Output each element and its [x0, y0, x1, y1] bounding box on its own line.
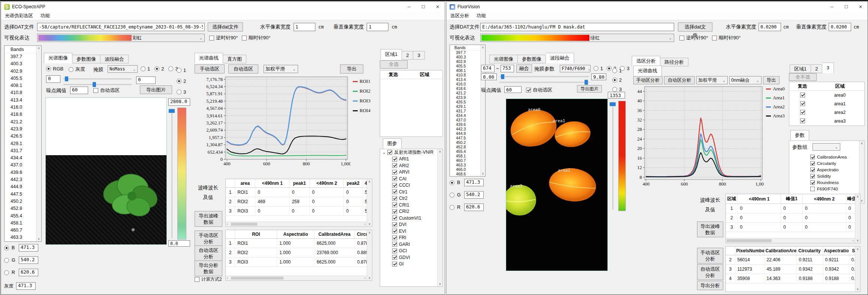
vscrollbar[interactable]: ∧∨ [855, 247, 860, 292]
tab-3[interactable]: 3 [413, 51, 424, 60]
band-item[interactable]: 434.4 [4, 154, 36, 162]
tree-item[interactable]: Ctr2 [380, 195, 442, 202]
tree-root[interactable]: ⌄反射光谱指数-VNIR [380, 149, 442, 156]
radio-option-1[interactable]: 1 [612, 68, 622, 73]
column-header[interactable]: 峰值1 [781, 194, 803, 204]
colorbar-slider[interactable] [612, 102, 613, 210]
range-slider-1[interactable] [63, 78, 132, 79]
tab-1[interactable]: 区域1 [381, 49, 402, 60]
band-item[interactable]: 460.7 [450, 158, 480, 163]
choose-dat-button[interactable]: 选择dat文件 [208, 22, 243, 31]
auto-analysis-button[interactable]: 自动选区 分析 [697, 264, 723, 280]
menu-item[interactable]: 功能 [40, 13, 50, 19]
band-item[interactable]: 413.4 [4, 97, 36, 104]
band-item[interactable]: 416.0 [450, 82, 480, 86]
radio-option-2[interactable]: 2 [612, 77, 622, 83]
column-header[interactable]: peak2 [344, 179, 363, 188]
tab-params[interactable]: 参数 [790, 130, 809, 141]
band-item[interactable]: 444.9 [4, 183, 36, 190]
tree-item[interactable]: ARI1 [380, 156, 442, 163]
bands-scrollbar[interactable]: ∧∨ [36, 46, 41, 241]
checkbox-icon[interactable] [392, 235, 397, 240]
checkbox-icon[interactable] [392, 202, 397, 207]
select-all-button[interactable]: 全选 [380, 60, 408, 69]
radio-option-2[interactable]: 2 [177, 78, 186, 84]
colorbar-slider[interactable] [171, 108, 172, 238]
scroll-up-icon[interactable]: ∧ [38, 46, 40, 50]
checkbox-icon[interactable] [392, 196, 397, 201]
scroll-right-icon[interactable]: › [853, 239, 854, 243]
radio-option-1[interactable]: 1 [141, 66, 150, 72]
tab-2[interactable]: 2 [811, 64, 822, 73]
legend-item[interactable]: Area0 [766, 86, 785, 92]
checkbox-icon[interactable] [392, 242, 397, 247]
export-image-button[interactable]: 导出图片 [577, 85, 602, 93]
band-item[interactable]: 423.9 [4, 126, 36, 133]
hscrollbar[interactable]: ‹› [226, 222, 367, 226]
menu-item[interactable]: 功能 [477, 13, 486, 19]
colorbar-min-value[interactable]: 0.0 [168, 240, 190, 247]
band-item[interactable]: 400.3 [450, 55, 480, 59]
auto-analysis-button[interactable]: 自动选区 分析 [195, 246, 222, 261]
radio-option-1[interactable]: 1 [177, 67, 186, 73]
menu-item[interactable]: 选区分析 [450, 13, 469, 19]
checkbox-icon[interactable] [800, 118, 805, 123]
band-item[interactable]: 421.2 [450, 91, 480, 95]
range-slider-2[interactable] [63, 84, 132, 85]
close-button[interactable]: ✕ [430, 2, 445, 12]
table-row[interactable]: 3ROI31.0006625.0000.878 [226, 258, 372, 267]
range-to-value[interactable]: 753 [501, 65, 514, 72]
checkbox-icon[interactable] [392, 170, 397, 175]
rotate-cw-checkbox[interactable]: 顺时针90° [712, 34, 741, 41]
legend-item[interactable]: Area3 [766, 113, 785, 119]
band-item[interactable]: 402.9 [450, 59, 480, 64]
tree-item[interactable]: GCI [380, 248, 442, 255]
band-item[interactable]: 452.8 [4, 205, 36, 212]
tab-1[interactable]: 选区分析 [632, 56, 660, 66]
band-item[interactable]: 426.5 [4, 133, 36, 140]
table-row[interactable]: 43590814.3630.91880.91880.9188 [726, 274, 861, 283]
table-row[interactable]: 1ROI1000055 [226, 188, 372, 197]
column-header[interactable]: 区域 [726, 194, 738, 204]
legend-item[interactable]: Area1 [766, 95, 785, 101]
table-row[interactable]: 2ROI24692590056 [226, 197, 372, 207]
column-header[interactable] [226, 230, 235, 239]
range-slider-1[interactable] [500, 76, 589, 77]
band-item[interactable]: 429.1 [4, 140, 36, 147]
tree-item[interactable]: ARVI [380, 169, 442, 176]
rotate-ccw-checkbox[interactable]: 逆时针90° [679, 34, 708, 41]
checklist-item[interactable]: F690/F740 [789, 186, 859, 192]
band-item[interactable]: 429.1 [450, 104, 480, 109]
tab-1[interactable]: 光谱图像 [489, 55, 518, 63]
checklist-item[interactable]: Roundness [789, 179, 859, 186]
close-button[interactable]: ✕ [853, 2, 868, 12]
band-item[interactable]: 431.7 [4, 147, 36, 154]
checkbox-icon[interactable] [810, 161, 815, 166]
band-item[interactable]: 437.0 [4, 162, 36, 169]
column-header[interactable]: <490nm 1 [255, 179, 289, 188]
region-row[interactable]: area1 [789, 99, 864, 108]
slider-handle[interactable] [169, 109, 175, 113]
noise-value[interactable]: 60 [70, 87, 88, 94]
manual-analysis-button[interactable]: 手动选区 分析 [697, 248, 723, 264]
band-item[interactable]: 416.0 [4, 104, 36, 111]
band-item[interactable]: 455.4 [450, 149, 480, 154]
tree-item[interactable]: CAI [380, 175, 442, 182]
tree-item[interactable]: CustomVI1 [380, 215, 442, 222]
band-item[interactable]: 408.1 [4, 82, 36, 89]
tree-item[interactable]: CRI1 [380, 202, 442, 208]
checkbox-icon[interactable] [800, 110, 805, 115]
band-item[interactable]: 463.3 [4, 234, 36, 241]
export-analysis-button[interactable]: 导出分析 数据 [195, 261, 222, 276]
manual-region-button[interactable]: 手动选区 [195, 64, 225, 73]
colormap-select[interactable]: 彩虹 ⌄ [37, 34, 205, 42]
rgb-radio[interactable]: RGB [46, 66, 63, 72]
band-item[interactable]: 442.3 [450, 127, 480, 131]
spectral-image-view[interactable] [45, 97, 167, 245]
column-header[interactable]: Aspectratio [277, 230, 314, 239]
band-item[interactable]: 405.5 [4, 75, 36, 82]
tab-spectral-curve[interactable]: 光谱曲线 [633, 66, 662, 76]
maximize-button[interactable]: ☐ [416, 2, 430, 12]
colorbar-max-value[interactable]: 2808.0 [168, 98, 190, 106]
checkbox-icon[interactable] [810, 187, 815, 191]
